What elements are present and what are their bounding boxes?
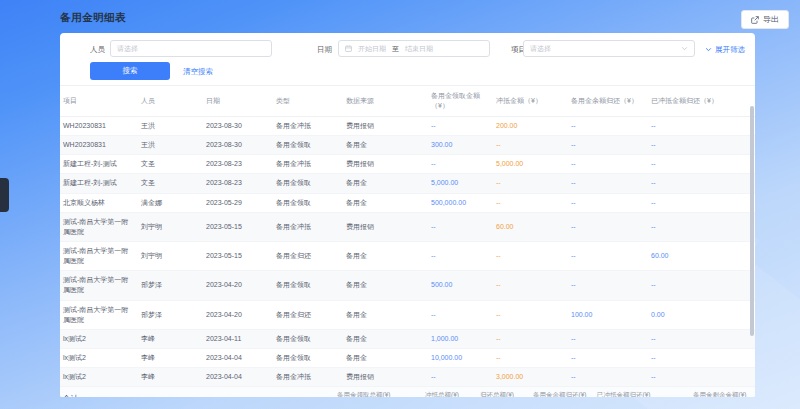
table-cell: -- [428,117,493,136]
table-row[interactable]: WH20230831王洪2023-08-30备用金领取备用金300.00----… [60,136,755,155]
table-cell: 备用金 [343,136,428,155]
table-cell: 备用金领取 [273,174,343,193]
table-cell: 李峰 [138,329,203,348]
table-cell: -- [648,136,755,155]
table-cell: -- [648,348,755,367]
table-cell: 备用金 [343,193,428,212]
chevron-down-icon [681,45,688,53]
column-header: 已冲抵金额归还（¥） [648,86,755,117]
table-cell: 备用金领取 [273,348,343,367]
table-cell: 500,000.00 [428,193,493,212]
table-cell: 备用金冲抵 [273,212,343,241]
table-cell: -- [648,368,755,387]
table-row[interactable]: 北京顺义杨林满金娜2023-05-29备用金领取备用金500,000.00---… [60,193,755,212]
sidebar-collapse-handle[interactable] [0,178,9,212]
table-cell: -- [568,348,648,367]
table-cell: 备用金领取 [273,329,343,348]
table-cell: 500.00 [428,271,493,300]
table-cell: -- [568,155,648,174]
table-cell: -- [493,348,568,367]
table-row[interactable]: lx测试2李峰2023-04-04备用金领取备用金10,000.00------ [60,348,755,367]
expand-filters-label: 展开筛选 [715,45,745,55]
table-cell: 2023-05-15 [203,241,273,270]
table-cell: -- [493,136,568,155]
table-cell: 测试-南昌大学第一附属医院 [60,241,138,270]
totals-row: 合计 备用金领取总额(¥)5,953,501.56冲抵总额(¥)43,601.0… [60,387,755,397]
table-row[interactable]: 测试-南昌大学第一附属医院刘宇明2023-05-15备用金冲抵费用报销--60.… [60,212,755,241]
total-item-label: 冲抵总额(¥) [425,391,480,397]
table-row[interactable]: 测试-南昌大学第一附属医院邵梦泽2023-04-20备用金领取备用金500.00… [60,271,755,300]
table-body: WH20230831王洪2023-08-30备用金冲抵费用报销--200.00-… [60,117,755,387]
date-start-placeholder: 开始日期 [358,44,386,54]
search-button[interactable]: 搜索 [90,62,170,80]
export-icon [751,16,759,24]
date-range-input[interactable]: 开始日期 至 结束日期 [338,40,490,57]
total-item: 备用金余额归还(¥)170,661.00 [533,391,597,397]
table-cell: -- [428,368,493,387]
table-cell: 2023-04-20 [203,300,273,329]
table-cell: -- [568,329,648,348]
person-filter-label: 人员 [90,45,105,55]
vertical-scrollbar[interactable] [750,106,754,336]
table-cell: -- [428,300,493,329]
table-cell: 北京顺义杨林 [60,193,138,212]
table-cell: 备用金领取 [273,136,343,155]
table-cell: -- [493,174,568,193]
person-select-input[interactable]: 请选择 [110,40,272,57]
table-cell: 300.00 [428,136,493,155]
person-select-placeholder: 请选择 [117,44,138,54]
table-cell: 备用金 [343,300,428,329]
table-row[interactable]: 新建工程-刘-测试文圣2023-08-23备用金领取备用金5,000.00---… [60,174,755,193]
expand-filters-link[interactable]: 展开筛选 [705,45,745,55]
table-cell: lx测试2 [60,329,138,348]
table-row[interactable]: 测试-南昌大学第一附属医院邵梦泽2023-04-20备用金归还备用金----10… [60,300,755,329]
column-header: 冲抵金额（¥） [493,86,568,117]
table-cell: 100.00 [568,300,648,329]
table-cell: -- [568,174,648,193]
date-end-placeholder: 结束日期 [405,44,433,54]
table-cell: 王洪 [138,136,203,155]
table-cell: 备用金 [343,174,428,193]
table-row[interactable]: WH20230831王洪2023-08-30备用金冲抵费用报销--200.00-… [60,117,755,136]
table-cell: -- [428,155,493,174]
table-cell: 1,000.00 [428,329,493,348]
calendar-icon [345,45,352,53]
total-item: 冲抵总额(¥)43,601.00 [425,391,480,397]
table-cell: 备用金归还 [273,241,343,270]
table-cell: 备用金归还 [273,300,343,329]
table-row[interactable]: 测试-南昌大学第一附属医院刘宇明2023-05-15备用金归还备用金------… [60,241,755,270]
table-row[interactable]: 新建工程-刘-测试文圣2023-08-23备用金冲抵费用报销--5,000.00… [60,155,755,174]
table-cell: 0.00 [648,300,755,329]
filter-bar: 人员 请选择 日期 开始日期 至 结束日期 项目 请选择 [60,33,755,86]
table-cell: -- [648,155,755,174]
table-container: 项目人员日期类型数据来源备用金领取金额（¥）冲抵金额（¥）备用金余额归还（¥）已… [60,86,755,387]
table-cell: 3,000.00 [493,368,568,387]
column-header: 日期 [203,86,273,117]
table-row[interactable]: lx测试2李峰2023-04-04备用金冲抵费用报销--3,000.00---- [60,368,755,387]
table-cell: 李峰 [138,368,203,387]
table-cell: 费用报销 [343,155,428,174]
project-select-input[interactable]: 请选择 [523,40,695,57]
export-button[interactable]: 导出 [741,10,789,29]
table-cell: 备用金 [343,241,428,270]
table-cell: 备用金领取 [273,193,343,212]
clear-search-link[interactable]: 清空搜索 [183,67,213,77]
table-cell: 60.00 [648,241,755,270]
table-cell: 费用报销 [343,212,428,241]
table-cell: 邵梦泽 [138,300,203,329]
table-cell: -- [493,300,568,329]
total-item: 归还总额(¥)170,941.00 [480,391,533,397]
total-item: 备用金领取总额(¥)5,953,501.56 [337,391,425,397]
table-cell: 2023-04-11 [203,329,273,348]
table-cell: -- [428,241,493,270]
table-cell: 备用金冲抵 [273,155,343,174]
table-cell: 费用报销 [343,368,428,387]
table-cell: 测试-南昌大学第一附属医院 [60,300,138,329]
table-cell: 新建工程-刘-测试 [60,155,138,174]
table-cell: 备用金 [343,329,428,348]
table-cell: 2023-08-30 [203,117,273,136]
table-cell: -- [568,117,648,136]
table-cell: 王洪 [138,117,203,136]
total-item: 已冲抵金额归还(¥)60.00 [597,391,693,397]
table-row[interactable]: lx测试2李峰2023-04-11备用金领取备用金1,000.00------ [60,329,755,348]
